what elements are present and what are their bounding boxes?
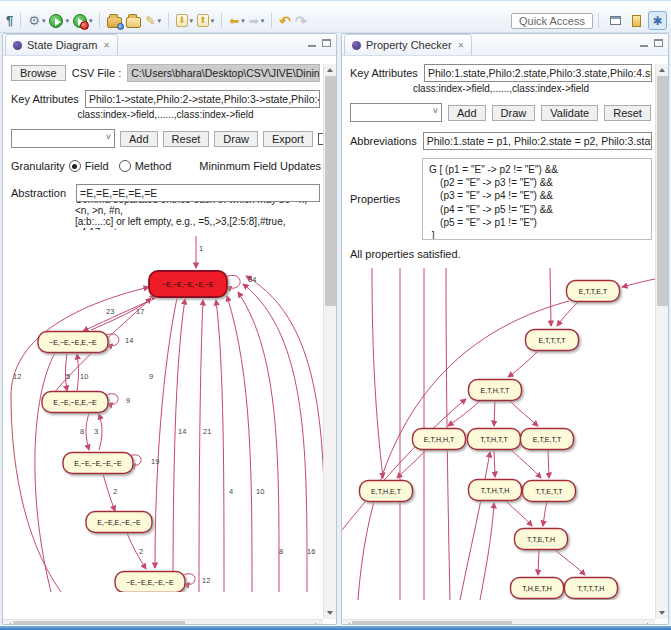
edge-count-label: 8 <box>279 547 283 556</box>
import-down-arrow-icon[interactable]: ⬇▾ <box>175 11 194 31</box>
scroll-down-icon[interactable] <box>327 611 333 615</box>
annotate-pencil-icon[interactable]: ✎▾ <box>144 11 162 31</box>
state-node[interactable]: ~E,~E,E,~E,~E <box>115 572 185 593</box>
minimize-icon[interactable] <box>640 44 648 47</box>
transition-edge <box>238 292 279 592</box>
left-horizontal-scrollbar[interactable] <box>3 619 323 625</box>
quick-access-input[interactable]: Quick Access <box>511 13 593 29</box>
tab-property-checker[interactable]: Property Checker ✕ <box>344 34 472 55</box>
abstraction-field[interactable]: =E,=E,=E,=E,=E <box>76 184 320 202</box>
run-icon[interactable]: ▾ <box>48 11 70 31</box>
state-node-label: E,T,E,T,T <box>533 436 562 443</box>
granularity-field-radio[interactable] <box>69 160 81 172</box>
scroll-left-icon[interactable] <box>7 623 11 625</box>
open-folder-icon[interactable] <box>125 11 142 31</box>
property-diagram-canvas[interactable]: E,T,T,E,TE,T,T,T,TE,T,H,T,TE,T,H,H,TT,T,… <box>342 268 668 602</box>
left-vertical-scrollbar[interactable] <box>323 64 336 619</box>
state-node-label: E,~E,~E,~E,~E <box>74 460 122 467</box>
abstraction-hint-line2: [a:b:...:c] or left empty, e.g., =5,,>3,… <box>75 216 320 230</box>
resource-perspective-icon[interactable] <box>627 11 646 30</box>
state-node[interactable]: T,H,E,T,H <box>511 578 564 599</box>
reset-button[interactable]: Reset <box>604 105 651 121</box>
state-node[interactable]: T,T,E,T,T <box>523 481 576 502</box>
state-node[interactable]: T,T,H,T,T <box>468 429 521 450</box>
abbreviations-label: Abbreviations <box>350 135 417 147</box>
debug-gear-icon[interactable]: ⚙▾ <box>27 11 46 31</box>
transition-edge <box>510 449 541 478</box>
scroll-left-icon[interactable] <box>346 623 350 625</box>
granularity-label: Granularity <box>11 160 65 172</box>
state-node[interactable]: E,T,H,T,T <box>469 380 522 401</box>
properties-textarea[interactable]: G [ (p1 = "E" -> p2 != "E") && (p2 = "E"… <box>422 158 652 240</box>
validate-button[interactable]: Validate <box>541 105 598 121</box>
transition-edge <box>99 414 102 450</box>
state-node[interactable]: T,T,E,T,H <box>515 529 568 550</box>
next-edit-location-icon[interactable]: ↷ <box>294 11 308 31</box>
csv-file-field[interactable]: C:\Users\bhara\Desktop\CSV\JIVE\DiningPh… <box>127 64 320 82</box>
add-button[interactable]: Add <box>120 131 158 147</box>
state-node[interactable]: ~E,~E,~E,E,~E <box>38 332 108 353</box>
close-icon[interactable]: ✕ <box>458 41 465 50</box>
scroll-right-icon[interactable] <box>647 623 651 625</box>
state-node[interactable]: E,~E,E,~E,~E <box>86 512 152 533</box>
state-node[interactable]: E,T,H,E,T <box>360 481 413 502</box>
state-node[interactable]: E,T,T,E,T <box>567 281 620 302</box>
forward-arrow-icon[interactable]: ➡▾ <box>248 11 266 31</box>
scroll-right-icon[interactable] <box>315 623 319 625</box>
back-arrow-icon[interactable]: ⬅▾ <box>228 11 246 31</box>
state-node-label: E,T,H,E,T <box>371 488 402 495</box>
state-node[interactable]: T,T,T,T,H <box>565 578 618 599</box>
abstraction-hint-line1: Comma-separated entries each of which ma… <box>75 202 320 216</box>
scroll-up-icon[interactable] <box>659 68 665 72</box>
open-perspective-icon[interactable] <box>606 11 625 30</box>
state-node-label: ~E,~E,~E,~E,~E <box>162 281 214 288</box>
transition-edge <box>505 500 532 526</box>
new-project-folder-icon[interactable] <box>106 11 123 31</box>
granularity-method-radio[interactable] <box>119 160 131 172</box>
state-node[interactable]: E,T,H,H,T <box>413 429 466 450</box>
transition-edge <box>494 449 495 477</box>
browse-button[interactable]: Browse <box>11 65 66 81</box>
transition-edge <box>508 350 539 377</box>
abbreviations-field[interactable]: Philo:1.state = p1, Philo:2.state = p2, … <box>423 132 652 150</box>
state-node[interactable]: T,T,H,T,H <box>469 480 522 501</box>
state-node[interactable]: E,~E,~E,~E,~E <box>63 453 133 474</box>
saved-property-dropdown[interactable] <box>350 103 442 122</box>
key-attributes-field[interactable]: Philo:1.state,Philo:2.state,Philo:3.stat… <box>424 64 652 82</box>
edge-count-label: 1 <box>199 244 203 253</box>
last-edit-location-icon[interactable]: ↶ <box>278 11 292 31</box>
state-node[interactable]: E,T,E,T,T <box>521 429 574 450</box>
minimize-icon[interactable] <box>308 44 316 47</box>
close-icon[interactable]: ✕ <box>103 41 110 50</box>
edge-count-label: 10 <box>80 372 88 381</box>
fetch-up-arrow-icon[interactable]: ⬆▾ <box>196 11 215 31</box>
draw-button[interactable]: Draw <box>214 131 258 147</box>
saved-config-dropdown[interactable] <box>11 129 115 148</box>
right-vertical-scrollbar[interactable] <box>655 64 668 619</box>
coverage-run-icon[interactable]: ▾ <box>72 11 94 31</box>
state-node-label: E,~E,~E,E,~E <box>53 399 97 406</box>
export-button[interactable]: Export <box>263 131 313 147</box>
state-node[interactable]: E,~E,~E,E,~E <box>42 392 108 413</box>
maximize-icon[interactable] <box>322 39 331 47</box>
state-node[interactable]: E,T,T,T,T <box>526 330 579 351</box>
state-diagram-canvas[interactable]: 1342317141251099831921421410281612~E,~E,… <box>3 236 336 594</box>
reset-button[interactable]: Reset <box>163 131 210 147</box>
toolbar-separator <box>168 13 169 28</box>
key-attributes-field[interactable]: Philo:1->state,Philo:2->state,Philo:3->s… <box>85 90 320 108</box>
add-button[interactable]: Add <box>448 105 486 121</box>
state-node[interactable]: ~E,~E,~E,~E,~E <box>149 271 227 297</box>
state-node-label: T,T,H,T,H <box>481 487 509 494</box>
transition-edge <box>397 449 427 478</box>
maximize-icon[interactable] <box>654 39 663 47</box>
toolbar-separator <box>271 13 272 28</box>
tab-state-diagram[interactable]: State Diagram ✕ <box>5 34 118 55</box>
edge-count-label: 19 <box>151 457 159 466</box>
scroll-up-icon[interactable] <box>327 68 333 72</box>
pilcrow-tool-icon[interactable]: ¶ <box>5 11 14 31</box>
draw-button[interactable]: Draw <box>492 105 536 121</box>
right-horizontal-scrollbar[interactable] <box>342 619 655 625</box>
scroll-down-icon[interactable] <box>659 611 665 615</box>
transition-edge <box>557 301 579 326</box>
jive-perspective-icon[interactable]: ✱ <box>648 11 667 30</box>
